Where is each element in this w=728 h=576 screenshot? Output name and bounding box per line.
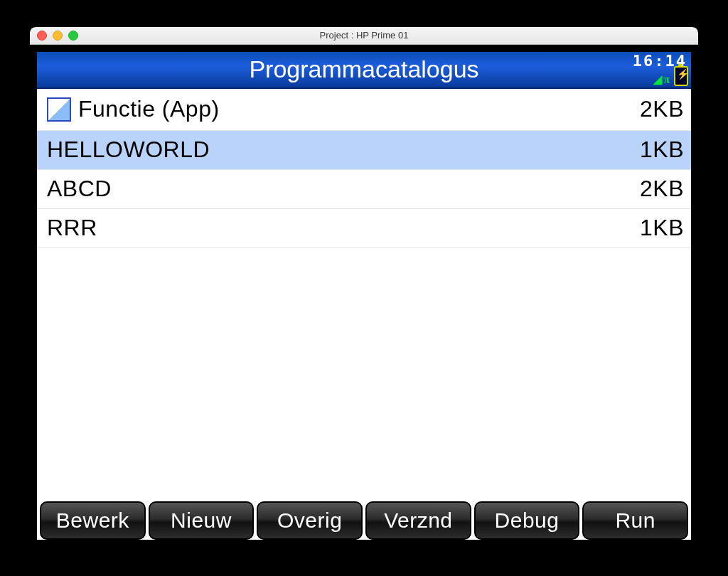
program-name: HELLOWORLD (47, 137, 640, 163)
program-size: 1KB (640, 215, 684, 241)
program-row[interactable]: HELLOWORLD1KB (37, 131, 691, 170)
softkey-bar: BewerkNieuwOverigVerzndDebugRun (40, 501, 688, 537)
softkey-bewerk[interactable]: Bewerk (40, 501, 146, 540)
program-row[interactable]: ABCD2KB (37, 170, 691, 209)
softkey-overig[interactable]: Overig (257, 501, 363, 540)
softkey-nieuw[interactable]: Nieuw (149, 501, 255, 540)
window-title: Project : HP Prime 01 (30, 30, 698, 41)
pi-icon: π (663, 73, 670, 86)
softkey-debug[interactable]: Debug (474, 501, 580, 540)
program-row[interactable]: Functie (App)2KB (37, 89, 691, 131)
screen-header: Programmacatalogus 16:14 ◢ π (37, 52, 691, 89)
program-size: 2KB (640, 96, 684, 122)
program-name: RRR (47, 215, 640, 241)
softkey-run[interactable]: Run (582, 501, 688, 540)
mac-window: Project : HP Prime 01 Programmacatalogus… (30, 27, 698, 550)
program-size: 2KB (640, 176, 684, 202)
status-icons: ◢ π (653, 66, 688, 86)
softkey-verznd[interactable]: Verznd (365, 501, 471, 540)
app-icon (47, 97, 71, 122)
battery-icon (674, 66, 688, 86)
mac-titlebar[interactable]: Project : HP Prime 01 (30, 27, 698, 45)
program-name: ABCD (47, 176, 640, 202)
screen-title: Programmacatalogus (249, 55, 478, 83)
program-row[interactable]: RRR1KB (37, 209, 691, 248)
calculator-frame: Programmacatalogus 16:14 ◢ π Functie (Ap… (30, 45, 698, 550)
program-size: 1KB (640, 137, 684, 163)
program-list[interactable]: Functie (App)2KBHELLOWORLD1KBABCD2KBRRR1… (37, 89, 691, 540)
calculator-screen: Programmacatalogus 16:14 ◢ π Functie (Ap… (34, 49, 694, 543)
program-name: Functie (App) (78, 96, 640, 122)
signal-icon: ◢ (653, 73, 662, 86)
